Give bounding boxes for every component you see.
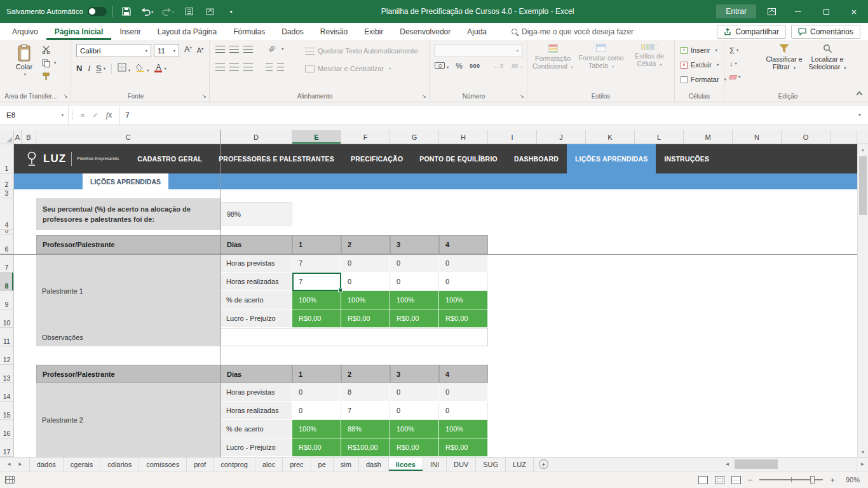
value-cell[interactable]: 0	[439, 273, 488, 291]
ribbon-tab-revisao[interactable]: Revisão	[312, 23, 356, 40]
paste-button[interactable]: Colar ▾	[10, 44, 39, 88]
sheet-tab-licoes[interactable]: licoes	[389, 458, 423, 471]
scroll-down-icon[interactable]: ▼	[858, 447, 868, 457]
column-header-F[interactable]: F	[341, 130, 390, 144]
row-header-9[interactable]: 9	[0, 291, 14, 309]
sort-filter-button[interactable]: Classificar e Filtrar ▾	[764, 44, 804, 72]
wrap-text-button[interactable]: Quebrar Texto Automaticamente	[305, 47, 418, 55]
row-header-14[interactable]: 14	[0, 383, 14, 402]
row-header-11[interactable]: 11	[0, 328, 14, 346]
sheet-tab-contprog[interactable]: contprog	[214, 458, 255, 471]
delete-cells-button[interactable]: × Excluir▾	[681, 61, 719, 69]
close-button[interactable]: ×	[840, 0, 868, 23]
horizontal-scrollbar[interactable]	[733, 458, 857, 471]
value-cell[interactable]: 8	[341, 383, 390, 402]
value-cell[interactable]: R$0,00	[439, 309, 488, 328]
table-header-day-2[interactable]: 2	[341, 235, 390, 254]
accounting-format-icon[interactable]: ▾	[435, 62, 449, 71]
row-header-12[interactable]: 12	[0, 346, 14, 365]
decrease-font-icon[interactable]: A▾	[197, 46, 203, 54]
autosum-icon[interactable]: Σ▾	[729, 46, 740, 55]
column-header-partial[interactable]	[831, 130, 857, 144]
bold-button[interactable]: N	[76, 64, 82, 73]
value-cell[interactable]: R$0,00	[390, 438, 439, 457]
name-box[interactable]: E8 ▾	[0, 105, 69, 125]
redo-icon[interactable]: ▾	[161, 3, 176, 20]
navbar-item-precificacao[interactable]: PRECIFICAÇÃO	[342, 144, 411, 173]
navbar-item-licoes-aprendidas[interactable]: LIÇÕES APRENDIDAS	[567, 144, 656, 173]
column-header-G[interactable]: G	[390, 130, 439, 144]
column-header-K[interactable]: K	[586, 130, 635, 144]
font-dialog-launcher[interactable]: ↘	[201, 93, 207, 99]
table-header-day-2[interactable]: 2	[341, 365, 390, 383]
percent-answer-cell[interactable]: 98%	[220, 202, 292, 226]
decrease-decimal-icon[interactable]: .00→	[510, 63, 523, 69]
ribbon-tab-desenvolvedor[interactable]: Desenvolvedor	[391, 23, 459, 40]
value-cell[interactable]: 7	[341, 402, 390, 420]
value-cell[interactable]: R$100,00	[341, 438, 390, 457]
fill-icon[interactable]: ↓▾	[729, 59, 740, 68]
decrease-indent-icon[interactable]	[266, 64, 273, 72]
value-cell[interactable]: 7	[292, 273, 341, 291]
sheet-tab-ini[interactable]: INI	[423, 458, 447, 471]
navbar-item-professores-e-palestrantes[interactable]: PROFESSORES E PALESTRANTES	[210, 144, 342, 173]
row-label-horas-realizadas[interactable]: Horas realizadas	[220, 273, 292, 291]
align-middle-icon[interactable]	[229, 46, 239, 53]
value-cell[interactable]: 0	[439, 402, 488, 420]
clipboard-dialog-launcher[interactable]: ↘	[63, 93, 68, 99]
insert-function-icon[interactable]: fx	[106, 111, 112, 120]
column-header-E[interactable]: E	[292, 130, 341, 144]
ribbon-tab-inserir[interactable]: Inserir	[111, 23, 149, 40]
column-header-H[interactable]: H	[439, 130, 488, 144]
align-right-icon[interactable]	[243, 64, 253, 71]
fill-color-icon[interactable]: ▾	[136, 64, 149, 74]
horizontal-scrollbar-thumb[interactable]	[735, 459, 778, 469]
row-header-7[interactable]: 7	[0, 254, 14, 273]
sheet-tab-sim[interactable]: sim	[334, 458, 359, 471]
column-header-B[interactable]: B	[22, 130, 36, 144]
format-painter-icon[interactable]	[42, 72, 50, 81]
orientation-icon[interactable]: ab	[267, 44, 277, 54]
row-label-de-acerto[interactable]: % de acerto	[220, 420, 292, 438]
row-header-15[interactable]: 15	[0, 402, 14, 420]
percent-style-icon[interactable]: %	[456, 62, 463, 71]
zoom-level[interactable]: 90%	[842, 476, 860, 484]
navbar-item-dashboard[interactable]: DASHBOARD	[506, 144, 567, 173]
macro-record-icon[interactable]	[5, 476, 15, 484]
page-layout-view-icon[interactable]	[715, 476, 724, 484]
sheet-nav-right-icon[interactable]: ►	[18, 461, 23, 467]
formula-input[interactable]: 7	[120, 105, 851, 125]
sheet-tab-prof[interactable]: prof	[187, 458, 214, 471]
row-header-5[interactable]: 5	[0, 230, 14, 235]
insert-cells-button[interactable]: + Inserir▾	[681, 46, 717, 54]
expand-formula-bar-icon[interactable]: ▾	[851, 105, 868, 125]
table-header-day-1[interactable]: 1	[292, 235, 341, 254]
row-label-horas-previstas[interactable]: Horas previstas	[220, 383, 292, 402]
borders-icon[interactable]: ▾	[118, 63, 130, 74]
value-cell[interactable]: R$0,00	[341, 309, 390, 328]
vertical-scrollbar-thumb[interactable]	[859, 156, 867, 215]
value-cell[interactable]: R$0,00	[292, 438, 341, 457]
table-header-day-1[interactable]: 1	[292, 365, 341, 383]
row-label-lucro-prejuizo[interactable]: Lucro - Prejuízo	[220, 438, 292, 457]
value-cell[interactable]: R$0,00	[292, 309, 341, 328]
new-sheet-button[interactable]: +	[539, 459, 548, 469]
zoom-in-icon[interactable]: +	[830, 475, 835, 485]
vertical-scrollbar[interactable]: ▲ ▼	[857, 144, 868, 457]
cut-icon[interactable]	[42, 45, 50, 54]
align-top-icon[interactable]	[215, 46, 225, 53]
table-header-day-4[interactable]: 4	[439, 235, 488, 254]
sheet-tab-dash[interactable]: dash	[359, 458, 389, 471]
zoom-slider-thumb[interactable]	[810, 476, 815, 484]
row-header-17[interactable]: 17	[0, 438, 14, 457]
table-header-professor[interactable]: Professor/Palestrante	[36, 365, 220, 383]
font-name-combo[interactable]: Calibri▾	[76, 44, 151, 57]
tell-me-search[interactable]: Diga-me o que você deseja fazer	[512, 23, 634, 40]
row-header-13[interactable]: 13	[0, 365, 14, 383]
font-size-combo[interactable]: 11▾	[154, 44, 179, 57]
alignment-dialog-launcher[interactable]: ↘	[421, 93, 426, 99]
copy-icon[interactable]: ▾	[42, 58, 56, 67]
palestrante-name-cell[interactable]: Palestrante 1	[36, 254, 220, 328]
customize-quick-access-icon[interactable]: ▾	[224, 3, 239, 20]
value-cell[interactable]: 0	[390, 254, 439, 273]
